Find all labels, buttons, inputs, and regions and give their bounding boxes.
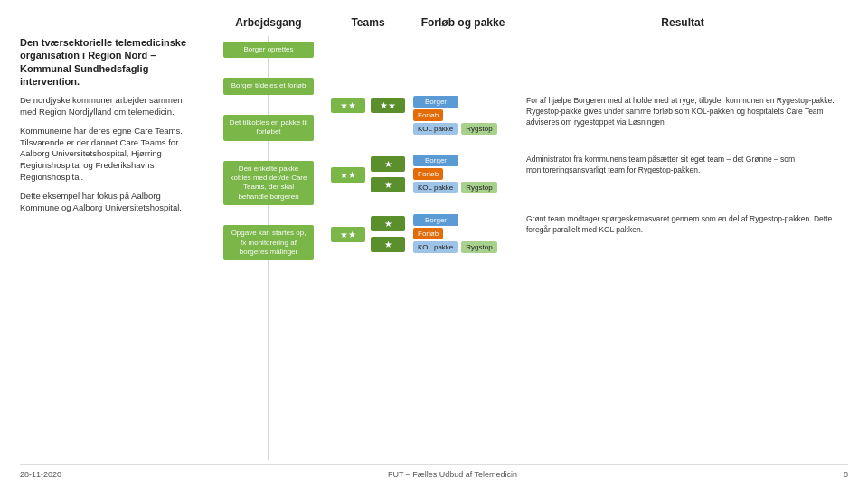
step-tilkobles: Det tilkobles en pakke til forløbet [223, 115, 314, 141]
process-column: Borger oprettes Borger tildeles et forlø… [210, 36, 327, 460]
pakke-row-3: KOL pakke Rygstop [413, 182, 497, 193]
col-forloeb-header: Forløb og pakke [409, 16, 517, 29]
left-text-2: Kommunerne har deres egne Care Teams. Ti… [20, 126, 201, 183]
rygstop-badge-3: Rygstop [461, 182, 496, 193]
pakke-row-4: KOL pakke Rygstop [413, 241, 497, 253]
step-opgave: Opgave kan startes op, fx monitorering a… [223, 225, 314, 260]
col-resultat-header: Resultat [517, 16, 848, 29]
team-badge-4c: ★ [371, 237, 405, 252]
rygstop-badge-2: Rygstop [461, 123, 496, 135]
main-row: Den tværsektorielle telemedicinske organ… [20, 36, 848, 460]
diagram-area: Borger oprettes Borger tildeles et forlø… [210, 36, 848, 460]
forloeb-label-3: Forløb [413, 168, 443, 180]
teams-cell-3: ★★ ★ ★ [327, 155, 409, 194]
resultat-cell-3: Administrator fra kommunens team påsætte… [517, 155, 848, 176]
teams-cell-2: ★★ ★★ [327, 96, 409, 115]
rygstop-badge-4: Rygstop [461, 241, 496, 253]
left-text-1: De nordjyske kommuner arbejder sammen me… [20, 95, 201, 118]
forloeb-cell-4: Borger Forløb KOL pakke Rygstop [409, 214, 517, 253]
forloeb-cell-2: Borger Forløb KOL pakke Rygstop [409, 96, 517, 135]
team-badge-2a: ★★ [331, 98, 365, 113]
left-panel: Den tværsektorielle telemedicinske organ… [20, 36, 210, 460]
kol-badge-3: KOL pakke [413, 182, 458, 193]
footer-page: 8 [844, 470, 848, 479]
step-borger-oprettes: Borger oprettes [223, 42, 314, 58]
forloeb-label-4: Forløb [413, 228, 443, 239]
team-badge-3c: ★ [371, 177, 405, 192]
forloeb-label-2: Forløb [413, 109, 443, 121]
left-text-3: Dette eksempel har fokus på Aalborg Komm… [20, 191, 201, 214]
row-spacer-34 [327, 202, 848, 214]
team-badge-4a: ★★ [331, 227, 365, 242]
page: Arbejdsgang Teams Forløb og pakke Result… [0, 0, 868, 488]
col-arbeidsgang-header: Arbejdsgang [210, 16, 327, 29]
pakke-row-2: KOL pakke Rygstop [413, 123, 497, 135]
forloeb-row-2: Forløb [413, 109, 443, 121]
col-left-header [20, 16, 210, 29]
footer-row: 28-11-2020 FUT – Fælles Udbud af Telemed… [20, 464, 848, 479]
team-badge-3b: ★ [371, 156, 405, 172]
team-badge-3a: ★★ [331, 167, 365, 183]
row-spacer-23 [327, 142, 848, 155]
diagram-row-4: ★★ ★ ★ Borger Forløb KOL pakke [327, 214, 848, 254]
forloeb-cell-3: Borger Forløb KOL pakke Rygstop [409, 155, 517, 193]
diagram-row-2: ★★ ★★ Borger Forløb KOL pakke Rygstop F [327, 96, 848, 135]
footer-date: 28-11-2020 [20, 470, 61, 479]
forloeb-row-3: Forløb [413, 168, 443, 180]
kol-badge-2: KOL pakke [413, 123, 458, 135]
header-row: Arbejdsgang Teams Forløb og pakke Result… [20, 16, 848, 29]
resultat-cell-2: For af hjælpe Borgeren med at holde med … [517, 96, 848, 128]
diagram-row-3: ★★ ★ ★ Borger Forløb KOL pakke [327, 155, 848, 194]
teams-cell-4: ★★ ★ ★ [327, 214, 409, 254]
kol-badge-4: KOL pakke [413, 241, 458, 253]
team-badge-4b: ★ [371, 216, 405, 231]
resultat-cell-4: Grønt team modtager spørgeskemasvaret ge… [517, 214, 848, 236]
forloeb-row-4: Forløb [413, 228, 443, 239]
footer-title: FUT – Fælles Udbud af Telemedicin [388, 470, 517, 479]
borger-badge-3: Borger [413, 155, 458, 166]
borger-badge-4: Borger [413, 214, 458, 226]
team-badge-2b: ★★ [371, 98, 405, 113]
left-title: Den tværsektorielle telemedicinske organ… [20, 36, 201, 88]
step-pakke-kobles: Den enkelte pakke kobles med det/de Care… [223, 161, 314, 206]
borger-badge-2: Borger [413, 96, 458, 108]
step-borger-tildeles: Borger tildeles et forløb [223, 78, 314, 94]
col-teams-header: Teams [327, 16, 409, 29]
